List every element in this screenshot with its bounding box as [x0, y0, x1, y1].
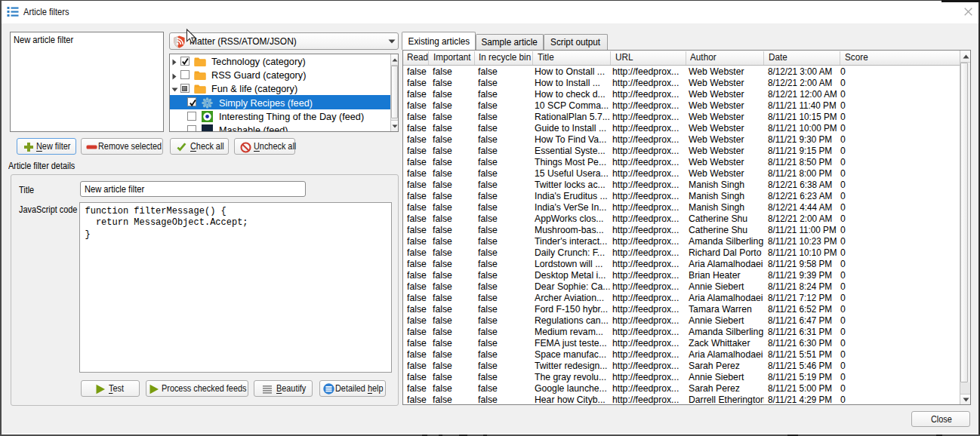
svg-text:M: M — [205, 130, 209, 132]
